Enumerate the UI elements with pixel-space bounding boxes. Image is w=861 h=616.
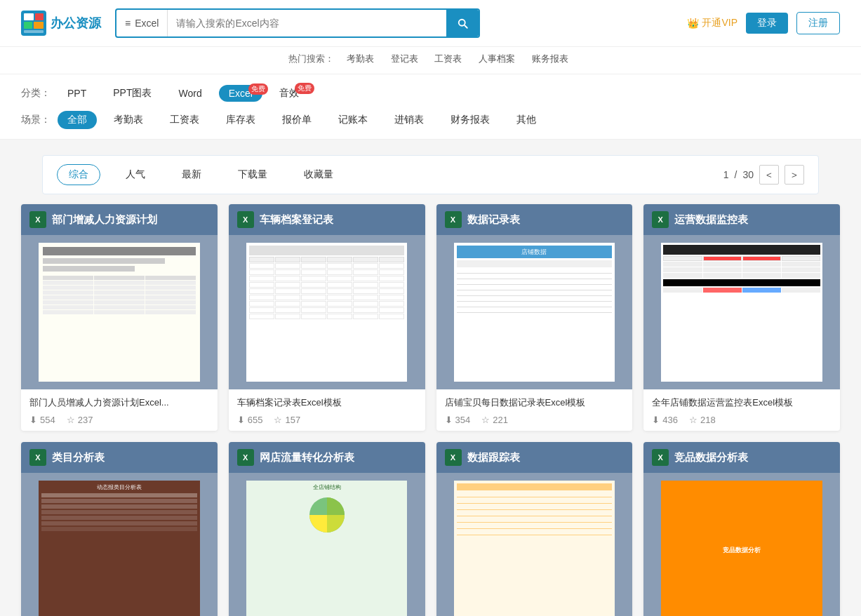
card-2-full-title: 车辆档案记录表Excel模板 xyxy=(237,396,417,409)
card-3-favorites: ☆ 221 xyxy=(481,415,508,425)
card-7-icon: X xyxy=(445,449,462,466)
card-1[interactable]: X 部门增减人力资源计划 xyxy=(21,204,218,431)
filter-category-ppt-chart[interactable]: PPT图表 xyxy=(103,84,161,102)
card-3-downloads: ⬇ 354 xyxy=(445,415,471,425)
sort-bar: 综合 人气 最新 下载量 收藏量 1 / 30 < > xyxy=(42,155,819,194)
sort-comprehensive[interactable]: 综合 xyxy=(57,164,100,185)
search-icon xyxy=(456,17,469,29)
card-8-preview: 竞品数据分析 xyxy=(661,481,822,616)
svg-rect-2 xyxy=(35,13,44,20)
card-4-preview xyxy=(661,243,822,382)
card-1-full-title: 部门人员增减人力资源计划Excel... xyxy=(29,396,209,409)
card-4-title: 运营数据监控表 xyxy=(674,213,748,227)
register-button[interactable]: 注册 xyxy=(796,12,840,34)
filter-scene-other[interactable]: 其他 xyxy=(507,111,546,129)
sort-favorites[interactable]: 收藏量 xyxy=(293,165,345,185)
card-6[interactable]: X 网店流量转化分析表 全店铺结构 xyxy=(229,442,425,616)
filter-category-sound-wrapper: 音效 免费 xyxy=(269,87,309,100)
card-2-preview xyxy=(246,243,407,382)
filter-scene-finance[interactable]: 财务报表 xyxy=(441,111,500,129)
card-2-info: 车辆档案记录表Excel模板 ⬇ 655 ☆ 157 xyxy=(229,389,425,431)
login-button[interactable]: 登录 xyxy=(746,13,788,34)
excel-badge: 免费 xyxy=(248,83,268,95)
favorite-count-2: 157 xyxy=(285,415,300,425)
card-3-thumb: 店铺数据 xyxy=(436,235,633,389)
card-1-info: 部门人员增减人力资源计划Excel... ⬇ 554 ☆ 237 xyxy=(21,389,218,431)
sort-downloads[interactable]: 下载量 xyxy=(227,165,279,185)
hot-search-label: 热门搜索： xyxy=(288,53,334,64)
card-6-preview: 全店铺结构 xyxy=(246,481,407,616)
card-5-title: 类目分析表 xyxy=(52,451,105,464)
card-3-icon: X xyxy=(445,211,462,228)
sort-popularity[interactable]: 人气 xyxy=(114,165,156,185)
card-7-header: X 数据跟踪表 xyxy=(436,442,633,473)
hot-search-item-4[interactable]: 人事档案 xyxy=(479,53,515,64)
search-type-label: Excel xyxy=(135,18,159,29)
search-input[interactable] xyxy=(168,10,446,36)
card-5-icon: X xyxy=(29,449,46,466)
download-count-3: 354 xyxy=(455,415,471,425)
card-2[interactable]: X 车辆档案登记表 xyxy=(229,204,425,431)
card-2-favorites: ☆ 157 xyxy=(274,415,300,425)
favorite-count-4: 218 xyxy=(700,415,716,425)
card-3-stats: ⬇ 354 ☆ 221 xyxy=(445,415,625,425)
card-5-preview: 动态报类目分析表 xyxy=(39,481,199,616)
filter-scene-quote[interactable]: 报价单 xyxy=(272,111,321,129)
filter-scene-sales[interactable]: 进销表 xyxy=(385,111,434,129)
svg-rect-3 xyxy=(24,22,32,29)
filter-scene-ledger[interactable]: 记账本 xyxy=(328,111,378,129)
card-4-icon: X xyxy=(652,211,669,228)
card-3-header: X 数据记录表 xyxy=(436,204,633,235)
card-8-title: 竞品数据分析表 xyxy=(674,451,748,464)
card-7-preview xyxy=(454,481,615,616)
card-2-icon: X xyxy=(237,211,254,228)
card-5[interactable]: X 类目分析表 动态报类目分析表 类目分析表Excel模板 xyxy=(21,442,218,616)
favorite-count-3: 221 xyxy=(493,415,508,425)
vip-button[interactable]: 👑 开通VIP xyxy=(687,17,737,29)
filter-category-ppt[interactable]: PPT xyxy=(58,85,96,102)
card-4-info: 全年店铺数据运营监控表Excel模板 ⬇ 436 ☆ 218 xyxy=(643,389,840,431)
card-4-stats: ⬇ 436 ☆ 218 xyxy=(652,415,832,425)
card-4-thumb xyxy=(643,235,840,389)
filter-scene-inventory[interactable]: 库存表 xyxy=(216,111,265,129)
page-separator: / xyxy=(735,169,737,180)
filter-category-word[interactable]: Word xyxy=(168,85,211,102)
card-4[interactable]: X 运营数据监控表 xyxy=(643,204,840,431)
star-icon-2: ☆ xyxy=(274,415,282,425)
filter-scene-attendance[interactable]: 考勤表 xyxy=(104,111,153,129)
vip-label: 开通VIP xyxy=(702,17,737,29)
card-3[interactable]: X 数据记录表 店铺数据 店铺宝贝每日数据记录表Exc xyxy=(436,204,633,431)
card-7-title: 数据跟踪表 xyxy=(467,451,520,464)
star-icon-1: ☆ xyxy=(67,415,75,425)
logo[interactable]: 办公资源 xyxy=(21,11,101,36)
search-type-selector[interactable]: ≡ Excel xyxy=(116,10,168,36)
hot-search-bar: 热门搜索： 考勤表 登记表 工资表 人事档案 账务报表 xyxy=(0,47,861,74)
prev-page-button[interactable]: < xyxy=(759,165,779,185)
card-2-title: 车辆档案登记表 xyxy=(260,213,333,227)
card-1-thumb xyxy=(21,235,218,389)
card-7[interactable]: X 数据跟踪表 数据跟踪表Excel模板 ⬇ xyxy=(436,442,633,616)
card-1-icon: X xyxy=(29,211,46,228)
card-2-downloads: ⬇ 655 xyxy=(237,415,263,425)
card-8-thumb: 竞品数据分析 xyxy=(643,473,840,616)
card-1-title: 部门增减人力资源计划 xyxy=(52,213,157,227)
filter-scene-all[interactable]: 全部 xyxy=(58,111,97,129)
star-icon-4: ☆ xyxy=(689,415,698,425)
sort-newest[interactable]: 最新 xyxy=(171,165,213,185)
card-5-header: X 类目分析表 xyxy=(21,442,218,473)
hot-search-item-5[interactable]: 账务报表 xyxy=(532,53,568,64)
header: 办公资源 ≡ Excel 👑 开通VIP 登录 注册 xyxy=(0,0,861,47)
hot-search-item-2[interactable]: 登记表 xyxy=(391,53,418,64)
hot-search-item-1[interactable]: 考勤表 xyxy=(347,53,374,64)
next-page-button[interactable]: > xyxy=(785,165,804,185)
pagination: 1 / 30 < > xyxy=(723,165,804,185)
search-button[interactable] xyxy=(446,10,479,36)
card-6-title: 网店流量转化分析表 xyxy=(260,451,354,464)
download-icon-4: ⬇ xyxy=(652,415,660,425)
card-2-thumb xyxy=(229,235,425,389)
hot-search-item-3[interactable]: 工资表 xyxy=(434,53,462,64)
card-8[interactable]: X 竞品数据分析表 竞品数据分析 竞品数据分析表Excel模板 ⬇ 389 ☆ … xyxy=(643,442,840,616)
filter-scene-salary[interactable]: 工资表 xyxy=(160,111,209,129)
sound-badge: 免费 xyxy=(295,83,314,94)
download-count-1: 554 xyxy=(40,415,55,425)
